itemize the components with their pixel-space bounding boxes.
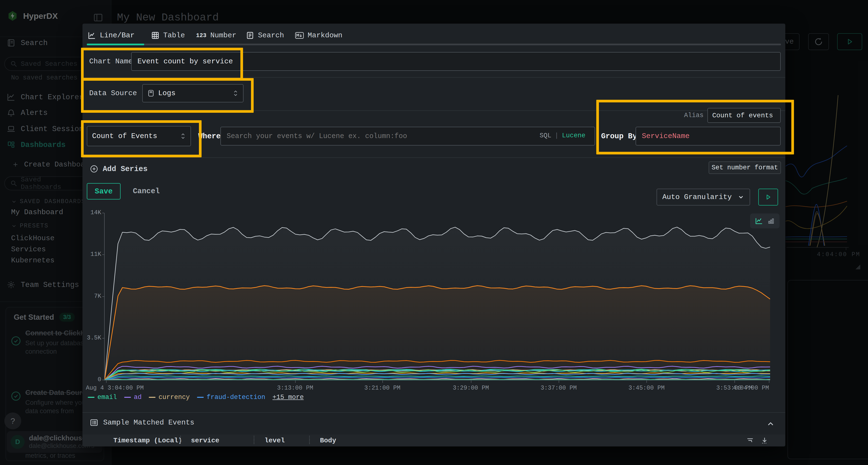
x-tick xyxy=(735,380,735,383)
line-chart-icon xyxy=(88,31,96,39)
x-tick-label: 3:29:00 PM xyxy=(453,385,489,392)
filter-icon[interactable] xyxy=(746,436,754,444)
tab-markdown[interactable]: Markdown xyxy=(295,31,342,39)
collapse-chevron-icon[interactable] xyxy=(767,420,774,428)
y-tick xyxy=(102,255,104,255)
document-list-icon xyxy=(246,31,254,39)
chevron-down-icon xyxy=(738,194,744,200)
sql-toggle[interactable]: SQL xyxy=(539,132,551,139)
tab-search[interactable]: Search xyxy=(246,31,284,39)
y-tick xyxy=(102,296,104,297)
events-table-header: Timestamp (Local) service level Body xyxy=(83,434,785,446)
x-tick xyxy=(382,380,383,383)
x-tick-label: 4:04:00 PM xyxy=(733,385,769,392)
lucene-toggle[interactable]: Lucene xyxy=(562,132,585,139)
column-body[interactable]: Body xyxy=(320,437,336,444)
x-tick-label: Aug 4 3:04:00 PM xyxy=(86,385,144,392)
x-tick xyxy=(471,380,471,383)
legend-item[interactable]: fraud-detection xyxy=(197,394,265,401)
granularity-select[interactable]: Auto Granularity xyxy=(656,189,750,205)
y-tick-label: 14K xyxy=(84,209,101,216)
x-tick-label: 3:37:00 PM xyxy=(540,385,577,392)
legend-label: currency xyxy=(158,394,190,401)
cancel-button[interactable]: Cancel xyxy=(133,187,160,195)
list-icon xyxy=(90,418,98,427)
plus-circle-icon xyxy=(90,165,98,173)
legend-swatch xyxy=(149,397,156,398)
legend-swatch xyxy=(197,397,204,398)
tab-table[interactable]: Table xyxy=(151,31,185,39)
screen: HyperDX My New Dashboard Save Search Sav… xyxy=(0,0,868,465)
x-tick-label: 3:13:00 PM xyxy=(277,385,313,392)
column-separator[interactable] xyxy=(254,436,254,444)
legend-item[interactable]: ad xyxy=(124,394,142,401)
play-icon xyxy=(765,194,772,201)
y-tick-label: 7K xyxy=(84,293,101,300)
annotation-data-source xyxy=(81,78,254,113)
x-tick-label: 3:21:00 PM xyxy=(364,385,401,392)
tab-underline-track xyxy=(87,44,781,45)
y-tick xyxy=(102,338,104,338)
legend-label: ad xyxy=(134,394,142,401)
y-tick-label: 0 xyxy=(84,376,101,383)
add-series-button[interactable]: Add Series xyxy=(90,165,148,173)
save-button[interactable]: Save xyxy=(87,183,121,199)
number-123-icon: 123 xyxy=(196,32,207,39)
download-icon[interactable] xyxy=(761,436,769,444)
annotation-group-by xyxy=(596,100,794,155)
legend-label: fraud-detection xyxy=(207,394,265,401)
sample-events-header[interactable]: Sample Matched Events xyxy=(90,418,194,427)
legend-label: email xyxy=(97,394,117,401)
column-service[interactable]: service xyxy=(191,437,219,444)
tab-line-bar[interactable]: Line/Bar xyxy=(88,31,134,39)
main-chart[interactable] xyxy=(105,213,770,380)
column-timestamp[interactable]: Timestamp (Local) xyxy=(113,437,182,444)
y-tick xyxy=(102,380,104,380)
column-separator[interactable] xyxy=(309,436,310,444)
legend-swatch xyxy=(88,397,94,398)
x-tick-label: 3:45:00 PM xyxy=(628,385,664,392)
x-tick xyxy=(559,380,559,383)
column-separator[interactable] xyxy=(180,436,181,444)
x-axis-line xyxy=(104,380,770,380)
y-tick xyxy=(102,213,104,213)
set-number-format-button[interactable]: Set number format xyxy=(709,161,781,174)
legend-swatch xyxy=(124,397,131,398)
markdown-icon xyxy=(295,32,304,39)
x-tick xyxy=(295,380,296,383)
x-tick xyxy=(769,380,769,383)
column-level[interactable]: level xyxy=(265,437,285,444)
legend-item[interactable]: currency xyxy=(149,394,190,401)
query-language-toggle[interactable]: SQL | Lucene xyxy=(539,132,585,139)
divider xyxy=(83,412,785,413)
y-tick-label: 3.5K xyxy=(84,334,101,341)
x-tick xyxy=(646,380,647,383)
where-input[interactable] xyxy=(220,127,595,145)
run-chart-button[interactable] xyxy=(758,189,778,205)
annotation-chart-name xyxy=(81,48,243,80)
y-tick-label: 11K xyxy=(84,251,101,258)
tab-active-indicator xyxy=(87,44,144,45)
tab-number[interactable]: 123 Number xyxy=(196,31,236,39)
legend-more-link[interactable]: +15 more xyxy=(273,394,304,401)
table-icon xyxy=(151,31,159,39)
x-tick xyxy=(106,380,106,383)
legend-item[interactable]: email xyxy=(88,394,117,401)
annotation-aggregation xyxy=(81,120,202,157)
divider xyxy=(83,157,785,158)
chart-legend: emailadcurrencyfraud-detection+15 more xyxy=(88,394,304,401)
